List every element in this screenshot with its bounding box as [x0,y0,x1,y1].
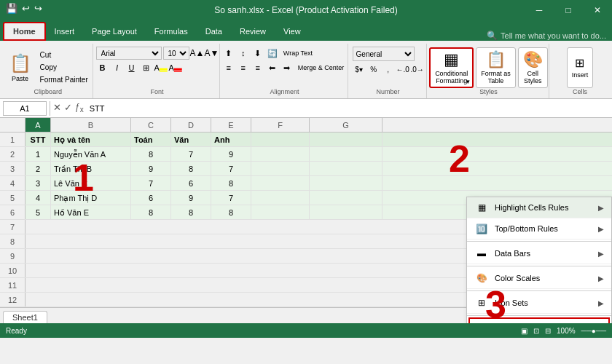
align-right-btn[interactable]: ≡ [251,61,264,74]
undo-icon[interactable]: ↩ [22,3,30,14]
italic-btn[interactable]: I [111,61,124,74]
cell-d4[interactable]: 6 [171,176,211,190]
cell-b1[interactable]: Họ và tên [51,132,131,146]
cell-e4[interactable]: 8 [211,176,251,190]
cell-f1[interactable] [251,132,310,146]
dec-dec-btn[interactable]: .0→ [411,63,424,76]
tab-formulas[interactable]: Formulas [146,22,197,41]
zoom-slider[interactable]: ──●── [581,327,606,335]
align-middle-btn[interactable]: ↕ [237,47,250,60]
merge-center-btn[interactable]: Merge & Center [295,61,348,74]
copy-button[interactable]: Copy [37,62,91,74]
col-header-d[interactable]: D [171,118,211,132]
cell-g2[interactable] [310,147,382,161]
cell-a2[interactable]: 1 [26,147,51,161]
cell-e5[interactable]: 7 [211,191,251,205]
menu-data-bars[interactable]: ▬ Data Bars ▶ [467,243,611,264]
increase-font-btn[interactable]: A▲ [191,47,204,60]
orient-btn[interactable]: 🔄 [266,47,279,60]
col-header-e[interactable]: E [211,118,251,132]
indent-inc-btn[interactable]: ➡ [280,61,294,74]
insert-function-icon[interactable]: ƒx [75,102,84,114]
decrease-font-btn[interactable]: A▼ [205,47,219,60]
font-size-select[interactable]: 10 [163,47,189,60]
format-painter-button[interactable]: Format Painter [37,74,91,86]
cell-f4[interactable] [251,176,310,190]
close-btn[interactable]: ✕ [583,0,612,20]
col-header-b[interactable]: B [51,118,131,132]
tab-page-layout[interactable]: Page Layout [83,22,146,41]
cell-g6[interactable] [310,205,382,219]
cell-e2[interactable]: 9 [211,147,251,161]
indent-dec-btn[interactable]: ⬅ [266,61,279,74]
comma-btn[interactable]: , [382,63,395,76]
col-header-g[interactable]: G [310,118,382,132]
menu-icon-sets[interactable]: ⊞ Icon Sets ▶ [467,293,611,314]
cell-c1[interactable]: Toán [131,132,171,146]
cell-f6[interactable] [251,205,310,219]
underline-btn[interactable]: U [125,61,138,74]
cell-e3[interactable]: 7 [211,162,251,175]
confirm-formula-icon[interactable]: ✓ [64,102,72,114]
cell-e1[interactable]: Anh [211,132,251,146]
cell-d5[interactable]: 9 [171,191,211,205]
cell-c3[interactable]: 9 [131,162,171,175]
tab-review[interactable]: Review [231,22,275,41]
tab-home[interactable]: Home [3,22,46,41]
tab-view[interactable]: View [275,22,310,41]
col-header-c[interactable]: C [131,118,171,132]
cell-d2[interactable]: 7 [171,147,211,161]
cell-a4[interactable]: 3 [26,176,51,190]
tab-data[interactable]: Data [197,22,231,41]
font-color-btn[interactable]: A▬ [169,61,182,74]
cancel-formula-icon[interactable]: ✕ [53,102,61,114]
cell-c4[interactable]: 7 [131,176,171,190]
fill-color-btn[interactable]: A▬ [154,61,168,74]
cell-e6[interactable]: 8 [211,205,251,219]
cell-g4[interactable] [310,176,382,190]
col-header-a[interactable]: A [26,118,51,132]
paste-button[interactable]: 📋 Paste [5,49,36,87]
sheet-tab-sheet1[interactable]: Sheet1 [3,311,47,323]
cell-b6[interactable]: Hồ Văn E [51,205,131,219]
conditional-formatting-button[interactable]: ▦ Conditional Formatting ▼ [429,47,474,88]
align-bottom-btn[interactable]: ⬇ [251,47,264,60]
cut-button[interactable]: Cut [37,50,91,61]
insert-button[interactable]: ⊞ Insert [567,47,594,88]
cell-f3[interactable] [251,162,310,175]
cell-g5[interactable] [310,191,382,205]
minimize-btn[interactable]: ─ [525,0,554,20]
number-format-select[interactable]: General [353,47,415,61]
cell-c5[interactable]: 6 [131,191,171,205]
cell-c6[interactable]: 8 [131,205,171,219]
cell-b3[interactable]: Trần Thị B [51,162,131,175]
border-btn[interactable]: ⊞ [140,61,153,74]
view-normal-icon[interactable]: ▣ [521,327,527,335]
tab-insert[interactable]: Insert [46,22,84,41]
cf-dropdown-arrow[interactable]: ▼ [465,79,471,85]
cell-f5[interactable] [251,191,310,205]
percent-btn[interactable]: % [367,63,380,76]
cell-d6[interactable]: 8 [171,205,211,219]
cell-a6[interactable]: 5 [26,205,51,219]
currency-btn[interactable]: $▾ [353,63,366,76]
cell-d1[interactable]: Văn [171,132,211,146]
menu-highlight-cells[interactable]: ▦ Highlight Cells Rules ▶ [467,197,611,218]
cell-d3[interactable]: 8 [171,162,211,175]
cell-b5[interactable]: Phạm Thị D [51,191,131,205]
formula-input[interactable] [87,101,609,116]
cell-a1[interactable]: STT [26,132,51,146]
cell-f2[interactable] [251,147,310,161]
format-as-table-button[interactable]: 📋 Format as Table [476,47,516,88]
wrap-text-btn[interactable]: Wrap Text [280,47,315,60]
cell-g3[interactable] [310,162,382,175]
cell-g1[interactable] [310,132,382,146]
bold-btn[interactable]: B [96,61,109,74]
cell-a3[interactable]: 2 [26,162,51,175]
col-header-f[interactable]: F [251,118,310,132]
dec-inc-btn[interactable]: ←.0 [396,63,409,76]
maximize-btn[interactable]: □ [554,0,583,20]
cell-styles-button[interactable]: 🎨 Cell Styles [518,47,548,88]
redo-icon[interactable]: ↪ [34,3,42,14]
menu-top-bottom[interactable]: 🔟 Top/Bottom Rules ▶ [467,218,611,240]
